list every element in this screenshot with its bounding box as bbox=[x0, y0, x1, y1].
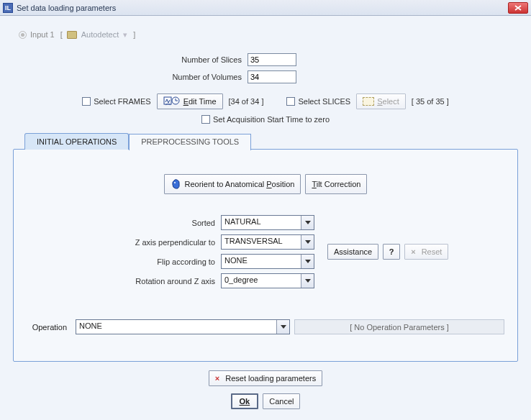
flip-combo[interactable]: NONE bbox=[221, 254, 314, 269]
acq-start-checkbox[interactable]: Set Acquisition Start Time to zero bbox=[201, 115, 330, 124]
reorient-row: Reorient to Anatomical Position Tilt Cor… bbox=[27, 174, 504, 194]
checkbox-icon bbox=[201, 115, 210, 124]
window-title: Set data loading parameters bbox=[17, 4, 508, 12]
chevron-down-icon bbox=[301, 274, 314, 288]
select-slices-label: Select SLICES bbox=[298, 97, 350, 106]
close-button[interactable] bbox=[508, 2, 528, 14]
operation-combo[interactable]: NONE bbox=[76, 319, 290, 334]
sorted-row: Sorted NATURAL bbox=[27, 213, 504, 232]
input-source-row: Input 1 [ Autodetect ▾ ] bbox=[19, 24, 519, 45]
dialog-footer: Ok Cancel bbox=[12, 393, 519, 409]
chevron-down-icon bbox=[301, 216, 314, 229]
input-radio bbox=[19, 31, 27, 39]
rotation-value: 0_degree bbox=[222, 274, 301, 288]
tab-initial-operations[interactable]: INITIAL OPERATIONS bbox=[24, 133, 129, 150]
tab-preprocessing-tools[interactable]: PREPROCESSING TOOLS bbox=[129, 134, 251, 150]
edit-time-button[interactable]: Edit Time bbox=[157, 93, 223, 109]
flip-label: Flip according to bbox=[27, 257, 221, 266]
select-slices-checkbox[interactable]: Select SLICES bbox=[286, 97, 350, 106]
rotation-label: Rotation around Z axis bbox=[27, 277, 221, 286]
input-label: Input 1 bbox=[30, 30, 55, 39]
x-icon: × bbox=[411, 247, 415, 256]
folder-icon bbox=[67, 31, 77, 39]
chevron-down-icon bbox=[301, 235, 314, 249]
slices-count: [ 35 of 35 ] bbox=[412, 97, 449, 106]
tilt-label: Tilt Correction bbox=[312, 180, 360, 188]
rotation-row: Rotation around Z axis 0_degree bbox=[27, 271, 504, 291]
x-icon: × bbox=[215, 374, 219, 383]
volumes-label: Number of Volumes bbox=[12, 73, 248, 81]
sorted-label: Sorted bbox=[27, 219, 221, 227]
select-frames-checkbox[interactable]: Select FRAMES bbox=[82, 97, 150, 106]
select-icon bbox=[363, 97, 374, 106]
select-frames-label: Select FRAMES bbox=[94, 97, 150, 106]
volumes-row: Number of Volumes bbox=[12, 69, 519, 85]
operation-value: NONE bbox=[76, 320, 276, 334]
checkbox-icon bbox=[286, 97, 295, 106]
zaxis-row: Z axis perpendicular to TRANSVERSAL bbox=[27, 232, 314, 252]
autodetect-label: Autodetect bbox=[81, 30, 119, 39]
chevron-down-icon: ▾ bbox=[123, 30, 127, 40]
slices-input[interactable] bbox=[248, 53, 296, 66]
svg-point-2 bbox=[174, 182, 176, 183]
tabstrip: INITIAL OPERATIONS PREPROCESSING TOOLS bbox=[24, 132, 519, 149]
assist-block: Assistance ? × Reset bbox=[327, 244, 448, 260]
select-button-label: Select bbox=[377, 97, 399, 106]
zaxis-value: TRANSVERSAL bbox=[222, 235, 301, 249]
acq-start-label: Set Acquisition Start Time to zero bbox=[213, 115, 330, 124]
reset-loading-label: Reset loading parameters bbox=[225, 374, 316, 383]
frames-count: [34 of 34 ] bbox=[229, 97, 264, 106]
slices-row: Number of Slices bbox=[12, 52, 519, 68]
volumes-input[interactable] bbox=[248, 70, 296, 83]
reorient-label: Reorient to Anatomical Position bbox=[185, 180, 295, 188]
chevron-down-icon bbox=[276, 320, 289, 334]
select-slices-button: Select bbox=[356, 93, 406, 109]
reset-loading-button[interactable]: × Reset loading parameters bbox=[209, 370, 322, 386]
flip-value: NONE bbox=[222, 255, 301, 268]
edit-time-label: Edit Time bbox=[183, 97, 217, 106]
head-icon bbox=[171, 178, 182, 190]
checkbox-icon bbox=[82, 97, 91, 106]
operation-row: Operation NONE [ No Operation Parameters… bbox=[27, 319, 504, 334]
titlebar: IL Set data loading parameters bbox=[0, 0, 531, 16]
rotation-combo[interactable]: 0_degree bbox=[221, 273, 314, 288]
operation-params-box: [ No Operation Parameters ] bbox=[294, 319, 504, 334]
reset-orientation-button: × Reset bbox=[404, 244, 448, 260]
sorted-value: NATURAL bbox=[222, 216, 301, 229]
tilt-correction-button[interactable]: Tilt Correction bbox=[305, 174, 367, 194]
reorient-button[interactable]: Reorient to Anatomical Position bbox=[164, 174, 301, 194]
chevron-down-icon bbox=[301, 255, 314, 268]
slices-label: Number of Slices bbox=[12, 55, 248, 64]
app-icon: IL bbox=[3, 3, 13, 13]
flip-row: Flip according to NONE bbox=[27, 252, 314, 271]
assistance-button[interactable]: Assistance bbox=[327, 244, 378, 260]
edit-time-icon bbox=[163, 96, 181, 106]
close-icon bbox=[514, 5, 522, 11]
cancel-button[interactable]: Cancel bbox=[263, 393, 300, 409]
ok-button[interactable]: Ok bbox=[231, 393, 259, 409]
ok-label: Ok bbox=[240, 397, 250, 406]
zaxis-combo[interactable]: TRANSVERSAL bbox=[221, 234, 314, 250]
tab-panel-initial: Reorient to Anatomical Position Tilt Cor… bbox=[13, 149, 518, 362]
help-button[interactable]: ? bbox=[383, 244, 400, 260]
sorted-combo[interactable]: NATURAL bbox=[221, 215, 314, 230]
acq-start-row: Set Acquisition Start Time to zero bbox=[12, 112, 519, 127]
reset-orientation-label: Reset bbox=[422, 247, 442, 256]
operation-label: Operation bbox=[27, 323, 71, 332]
zaxis-label: Z axis perpendicular to bbox=[27, 238, 221, 247]
frames-slices-bar: Select FRAMES Edit Time [34 of 34 ] Sele… bbox=[12, 93, 519, 109]
